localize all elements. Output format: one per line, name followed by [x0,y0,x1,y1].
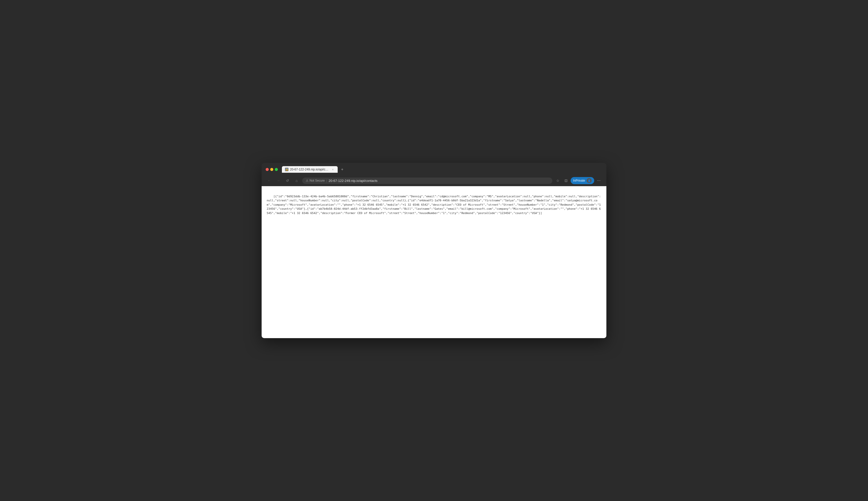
title-bar: 🔒 20-67-122-249.nip.io/api/con... × + [262,163,606,175]
new-tab-button[interactable]: + [339,166,346,173]
traffic-lights [266,168,278,171]
forward-icon: → [276,179,280,183]
inprivate-button[interactable]: InPrivate 👤 [571,177,594,184]
refresh-icon: ↺ [286,179,289,183]
refresh-button[interactable]: ↺ [284,177,291,184]
minimize-button[interactable] [270,168,273,171]
address-url: 20-67-122-249.nip.io/api/contacts [328,179,377,183]
collections-button[interactable]: ⊡ [563,177,569,184]
active-tab[interactable]: 🔒 20-67-122-249.nip.io/api/con... × [282,166,338,173]
favorites-button[interactable]: ☆ [554,177,562,184]
home-button[interactable]: ⌂ [293,177,300,184]
maximize-button[interactable] [275,168,278,171]
tab-bar: 🔒 20-67-122-249.nip.io/api/con... × + [282,166,346,173]
json-response: [{"id":"0d923ddb-133e-424b-ba4b-5ab65881… [267,195,601,215]
more-button[interactable]: ⋯ [595,177,602,184]
browser-window: 🔒 20-67-122-249.nip.io/api/con... × + ← … [262,163,606,338]
not-secure-icon: ⚠ [306,179,308,182]
not-secure-indicator: ⚠ Not Secure [306,179,325,182]
tab-close-button[interactable]: × [331,168,335,171]
home-icon: ⌂ [295,179,297,183]
tab-title: 20-67-122-249.nip.io/api/con... [290,168,330,171]
back-button[interactable]: ← [266,177,273,184]
title-bar-top: 🔒 20-67-122-249.nip.io/api/con... × + [266,166,602,173]
close-button[interactable] [266,168,269,171]
back-icon: ← [268,179,271,183]
inprivate-label: InPrivate [573,179,585,182]
toolbar-right: ☆ ⊡ InPrivate 👤 ⋯ [554,177,602,184]
address-bar: ← → ↺ ⌂ ⚠ Not Secure | 20-67-122-249.nip… [262,175,606,186]
not-secure-label: Not Secure [310,179,325,182]
address-field[interactable]: ⚠ Not Secure | 20-67-122-249.nip.io/api/… [302,178,552,184]
avatar: 👤 [587,178,592,183]
address-separator: | [326,179,327,182]
forward-button[interactable]: → [275,177,282,184]
tab-favicon: 🔒 [285,168,289,171]
page-content: [{"id":"0d923ddb-133e-424b-ba4b-5ab65881… [262,186,606,338]
